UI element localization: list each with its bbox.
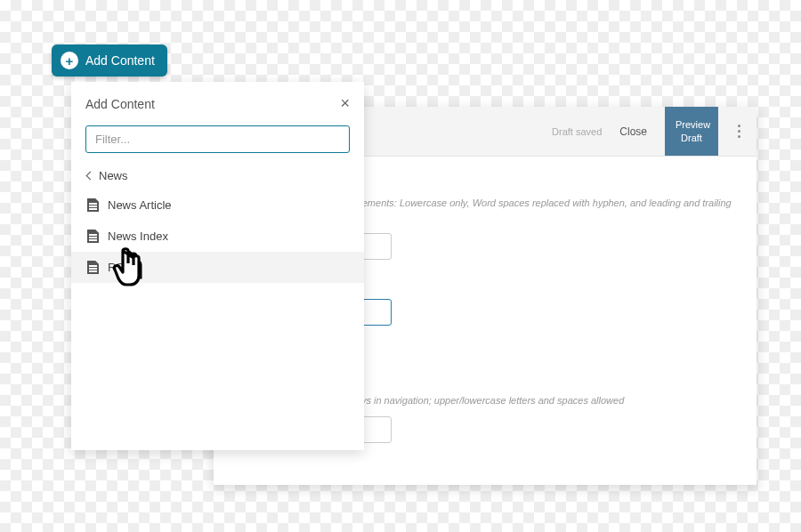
document-icon xyxy=(87,261,99,274)
more-menu-icon[interactable] xyxy=(729,125,749,138)
preview-draft-button[interactable]: Preview Draft xyxy=(665,107,718,156)
list-item-label: News Article xyxy=(108,198,172,212)
chevron-left-icon xyxy=(86,172,95,181)
document-icon xyxy=(87,230,99,243)
preview-line2: Draft xyxy=(676,132,708,144)
filter-input[interactable] xyxy=(85,125,350,153)
add-content-button[interactable]: + Add Content xyxy=(52,44,167,77)
list-item-news-article[interactable]: News Article xyxy=(71,189,364,221)
close-icon[interactable]: × xyxy=(340,94,350,113)
close-button[interactable]: Close xyxy=(612,120,654,143)
document-icon xyxy=(87,198,99,212)
panel-title: Add Content xyxy=(85,97,155,111)
cursor-pointer-icon xyxy=(110,247,150,294)
back-label: News xyxy=(99,169,128,182)
preview-line1: Preview xyxy=(676,118,708,131)
draft-saved-text: Draft saved xyxy=(552,126,602,137)
add-content-button-label: Add Content xyxy=(85,53,155,68)
toolbar-actions: Draft saved Close Preview Draft xyxy=(552,107,756,156)
panel-header: Add Content × xyxy=(71,94,364,122)
plus-icon: + xyxy=(61,52,78,69)
back-news[interactable]: News xyxy=(71,162,364,189)
list-item-label: News Index xyxy=(108,230,168,243)
